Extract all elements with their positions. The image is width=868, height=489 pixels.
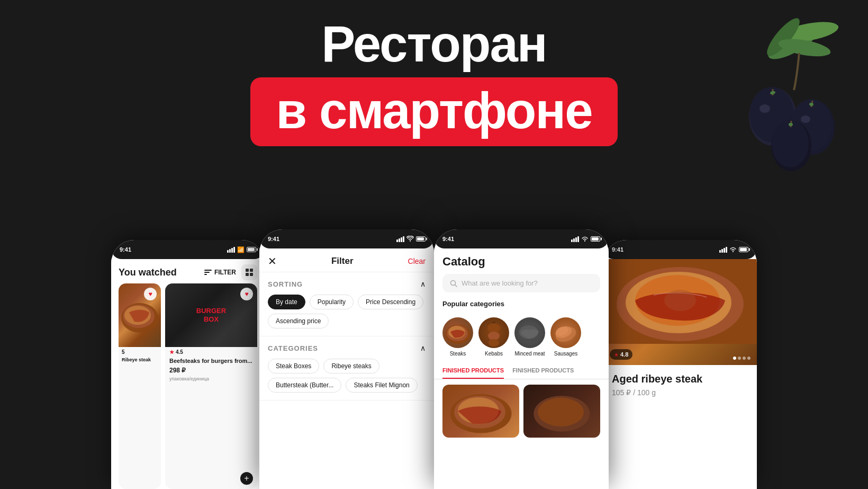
cat-steak-boxes-label: Steak Boxes <box>276 362 311 370</box>
phone4-product-info: Aged ribeye steak 105 ₽ / 100 g <box>603 365 757 489</box>
sorting-options: By date Popularity Price Descending Asce… <box>268 295 426 328</box>
phone2-close-button[interactable]: ✕ <box>268 255 277 268</box>
phone4-status-bar: 9:41 <box>603 240 757 259</box>
svg-point-32 <box>487 323 500 333</box>
minced-svg <box>514 317 545 348</box>
signal-icon <box>227 247 235 253</box>
ribeye-steak-image <box>603 259 757 344</box>
product-dark-svg <box>523 385 600 438</box>
svg-point-34 <box>489 339 499 346</box>
sorting-label: SORTING <box>268 280 303 288</box>
cat-sausages[interactable]: Sausages <box>550 317 581 357</box>
svg-rect-21 <box>246 273 249 276</box>
steaks-circle-image <box>442 317 473 348</box>
catalog-title: Catalog <box>442 255 600 269</box>
tab-finished-products-1[interactable]: FINISHED PRODUCTS <box>442 363 504 379</box>
burger-label: BURGERBOX <box>196 307 226 323</box>
grid-view-button[interactable] <box>241 264 257 280</box>
phone1-favorite-button-1[interactable]: ♥ <box>144 288 157 300</box>
phone1-time: 9:41 <box>120 246 131 253</box>
cat-minced-meat[interactable]: Minced meat <box>514 317 545 357</box>
phone2-clear-button[interactable]: Clear <box>408 257 426 265</box>
svg-rect-20 <box>250 269 253 272</box>
phone4-time: 9:41 <box>612 246 623 253</box>
wifi-icon <box>406 236 414 243</box>
wifi-icon: 📶 <box>237 246 245 253</box>
rating-star-icon: ★ <box>614 352 619 358</box>
phone1-status-icons: 📶 <box>227 246 256 253</box>
phone3-tabs: FINISHED PRODUCTS FINISHED PRODUCTS <box>434 363 609 379</box>
product-name: Aged ribeye steak <box>612 372 748 385</box>
wifi-icon <box>581 236 589 243</box>
product-steak-svg <box>442 385 519 438</box>
phone1-products-grid: ♥ 5 Ribeye steak BURGERBOX ♥ ★ 4.5 Beefs… <box>111 283 265 489</box>
product2-add-button[interactable]: + <box>240 472 253 485</box>
phone3-product-list <box>434 379 609 443</box>
cat-buttersteak-pill[interactable]: Buttersteak (Butter... <box>268 378 341 393</box>
sort-popularity-label: Popularity <box>318 298 346 306</box>
product2-rating-value: 4.5 <box>176 349 183 355</box>
dot-2 <box>738 357 741 360</box>
product2-rating: ★ 4.5 <box>165 347 257 357</box>
signal-icon <box>719 247 727 253</box>
cat-filet-mignon-pill[interactable]: Steaks Filet Mignon <box>346 378 417 393</box>
hero-title-line2-bg: в смартфоне <box>250 77 617 146</box>
sort-price-asc-label: Ascending price <box>276 317 321 325</box>
product-steak-image <box>442 385 519 438</box>
sort-price-asc-pill[interactable]: Ascending price <box>268 314 329 328</box>
phone1-screen: You watched FILTER <box>111 259 265 489</box>
catalog-search-bar[interactable]: What are we looking for? <box>442 274 600 292</box>
sort-by-date-label: By date <box>276 298 297 306</box>
phone1-filter-button[interactable]: FILTER <box>204 269 236 276</box>
phone1-product-partial[interactable]: ♥ 5 Ribeye steak <box>119 283 161 489</box>
phone1-title: You watched <box>119 267 177 278</box>
svg-line-27 <box>455 284 457 287</box>
signal-icon <box>571 236 579 242</box>
phone3-time: 9:41 <box>442 236 454 242</box>
sort-price-desc-label: Price Descending <box>366 298 415 306</box>
cat-kebabs[interactable]: Kebabs <box>478 317 509 357</box>
phones-section: 9:41 📶 You watched <box>0 229 868 489</box>
categories-label: CATEGORIES <box>268 344 318 352</box>
product1-price-partial: 5 <box>119 347 161 357</box>
phone3-product-1[interactable] <box>442 385 519 438</box>
phone4-product-hero: ‹ <box>603 259 757 365</box>
minced-meat-label: Minced meat <box>514 351 545 357</box>
phone3-product-2[interactable] <box>523 385 600 438</box>
phone4-screen: ‹ <box>603 259 757 489</box>
phone-you-watched: 9:41 📶 You watched <box>111 240 265 489</box>
battery-icon <box>739 247 748 252</box>
category-options: Steak Boxes Ribeye steaks Buttersteak (B… <box>268 359 426 393</box>
grid-icon <box>246 269 253 276</box>
image-dots-indicator <box>733 357 751 360</box>
product-price: 105 ₽ / 100 g <box>612 388 748 397</box>
search-placeholder: What are we looking for? <box>462 279 538 287</box>
phone1-favorite-button-2[interactable]: ♥ <box>240 288 253 300</box>
phone1-status-bar: 9:41 📶 <box>111 240 265 259</box>
tab-finished-products-2[interactable]: FINISHED PRODUCTS <box>512 363 574 379</box>
phone2-title: Filter <box>331 256 354 266</box>
dot-1 <box>733 357 736 360</box>
sorting-section-header: SORTING ∧ <box>268 280 426 288</box>
sort-popularity-pill[interactable]: Popularity <box>310 295 354 309</box>
cat-ribeye-steaks-pill[interactable]: Ribeye steaks <box>323 359 379 374</box>
phone2-status-bar: 9:41 <box>259 229 434 248</box>
sort-by-date-pill[interactable]: By date <box>268 295 305 309</box>
dot-4 <box>747 357 751 360</box>
product2-name: Beefsteaks for burgers from... <box>165 357 257 367</box>
sort-price-desc-pill[interactable]: Price Descending <box>358 295 423 309</box>
battery-icon <box>416 236 426 242</box>
olive-decoration <box>725 11 842 182</box>
phone-catalog: 9:41 Catalog <box>434 229 609 489</box>
phone1-product-2[interactable]: BURGERBOX ♥ ★ 4.5 Beefsteaks for burgers… <box>165 283 257 489</box>
cat-steak-boxes-pill[interactable]: Steak Boxes <box>268 359 319 374</box>
phone4-status-icons <box>719 246 748 253</box>
cat-steaks[interactable]: Steaks <box>442 317 473 357</box>
phone2-sorting-section: SORTING ∧ By date Popularity Price Desce… <box>259 272 434 336</box>
cat-ribeye-label: Ribeye steaks <box>331 362 371 370</box>
kebabs-svg <box>478 317 509 348</box>
phone2-time: 9:41 <box>268 236 279 242</box>
phone1-header: You watched FILTER <box>111 259 265 283</box>
filter-label: FILTER <box>214 269 236 276</box>
product1-name: Ribeye steak <box>119 357 161 363</box>
